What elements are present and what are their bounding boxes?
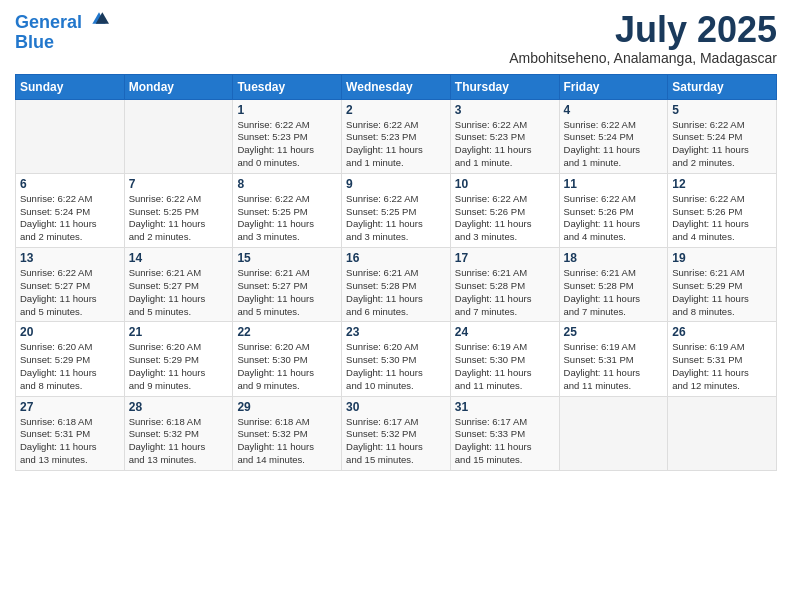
calendar-cell: 2Sunrise: 6:22 AM Sunset: 5:23 PM Daylig…	[342, 99, 451, 173]
calendar-cell	[16, 99, 125, 173]
calendar-cell: 21Sunrise: 6:20 AM Sunset: 5:29 PM Dayli…	[124, 322, 233, 396]
day-info: Sunrise: 6:21 AM Sunset: 5:27 PM Dayligh…	[129, 267, 229, 318]
calendar-cell: 18Sunrise: 6:21 AM Sunset: 5:28 PM Dayli…	[559, 248, 668, 322]
header-tuesday: Tuesday	[233, 74, 342, 99]
calendar-cell: 27Sunrise: 6:18 AM Sunset: 5:31 PM Dayli…	[16, 396, 125, 470]
day-number: 26	[672, 325, 772, 339]
day-info: Sunrise: 6:22 AM Sunset: 5:23 PM Dayligh…	[455, 119, 555, 170]
calendar-cell: 26Sunrise: 6:19 AM Sunset: 5:31 PM Dayli…	[668, 322, 777, 396]
day-number: 13	[20, 251, 120, 265]
calendar-cell: 10Sunrise: 6:22 AM Sunset: 5:26 PM Dayli…	[450, 173, 559, 247]
logo-icon	[89, 8, 109, 28]
calendar-cell	[124, 99, 233, 173]
day-info: Sunrise: 6:22 AM Sunset: 5:24 PM Dayligh…	[20, 193, 120, 244]
day-number: 27	[20, 400, 120, 414]
calendar-cell: 28Sunrise: 6:18 AM Sunset: 5:32 PM Dayli…	[124, 396, 233, 470]
day-number: 23	[346, 325, 446, 339]
day-info: Sunrise: 6:21 AM Sunset: 5:28 PM Dayligh…	[564, 267, 664, 318]
day-info: Sunrise: 6:20 AM Sunset: 5:29 PM Dayligh…	[129, 341, 229, 392]
day-number: 15	[237, 251, 337, 265]
day-info: Sunrise: 6:21 AM Sunset: 5:28 PM Dayligh…	[455, 267, 555, 318]
day-info: Sunrise: 6:19 AM Sunset: 5:31 PM Dayligh…	[564, 341, 664, 392]
day-number: 1	[237, 103, 337, 117]
header-thursday: Thursday	[450, 74, 559, 99]
day-info: Sunrise: 6:20 AM Sunset: 5:30 PM Dayligh…	[237, 341, 337, 392]
calendar-week-5: 27Sunrise: 6:18 AM Sunset: 5:31 PM Dayli…	[16, 396, 777, 470]
day-number: 3	[455, 103, 555, 117]
logo: General Blue	[15, 10, 109, 53]
calendar-cell: 30Sunrise: 6:17 AM Sunset: 5:32 PM Dayli…	[342, 396, 451, 470]
header-monday: Monday	[124, 74, 233, 99]
calendar: Sunday Monday Tuesday Wednesday Thursday…	[15, 74, 777, 471]
calendar-cell: 8Sunrise: 6:22 AM Sunset: 5:25 PM Daylig…	[233, 173, 342, 247]
calendar-cell: 23Sunrise: 6:20 AM Sunset: 5:30 PM Dayli…	[342, 322, 451, 396]
calendar-cell: 19Sunrise: 6:21 AM Sunset: 5:29 PM Dayli…	[668, 248, 777, 322]
header: General Blue July 2025 Ambohitseheno, An…	[15, 10, 777, 66]
day-info: Sunrise: 6:22 AM Sunset: 5:26 PM Dayligh…	[564, 193, 664, 244]
calendar-cell: 25Sunrise: 6:19 AM Sunset: 5:31 PM Dayli…	[559, 322, 668, 396]
calendar-cell: 16Sunrise: 6:21 AM Sunset: 5:28 PM Dayli…	[342, 248, 451, 322]
calendar-cell: 6Sunrise: 6:22 AM Sunset: 5:24 PM Daylig…	[16, 173, 125, 247]
day-number: 20	[20, 325, 120, 339]
header-wednesday: Wednesday	[342, 74, 451, 99]
calendar-cell: 17Sunrise: 6:21 AM Sunset: 5:28 PM Dayli…	[450, 248, 559, 322]
day-info: Sunrise: 6:22 AM Sunset: 5:25 PM Dayligh…	[129, 193, 229, 244]
day-info: Sunrise: 6:21 AM Sunset: 5:27 PM Dayligh…	[237, 267, 337, 318]
title-area: July 2025 Ambohitseheno, Analamanga, Mad…	[509, 10, 777, 66]
day-info: Sunrise: 6:18 AM Sunset: 5:32 PM Dayligh…	[129, 416, 229, 467]
day-number: 19	[672, 251, 772, 265]
calendar-week-4: 20Sunrise: 6:20 AM Sunset: 5:29 PM Dayli…	[16, 322, 777, 396]
header-saturday: Saturday	[668, 74, 777, 99]
calendar-header-row: Sunday Monday Tuesday Wednesday Thursday…	[16, 74, 777, 99]
day-info: Sunrise: 6:22 AM Sunset: 5:25 PM Dayligh…	[237, 193, 337, 244]
calendar-week-1: 1Sunrise: 6:22 AM Sunset: 5:23 PM Daylig…	[16, 99, 777, 173]
day-info: Sunrise: 6:22 AM Sunset: 5:26 PM Dayligh…	[455, 193, 555, 244]
logo-text: General	[15, 10, 109, 33]
calendar-cell: 1Sunrise: 6:22 AM Sunset: 5:23 PM Daylig…	[233, 99, 342, 173]
month-title: July 2025	[509, 10, 777, 50]
day-info: Sunrise: 6:18 AM Sunset: 5:32 PM Dayligh…	[237, 416, 337, 467]
calendar-week-2: 6Sunrise: 6:22 AM Sunset: 5:24 PM Daylig…	[16, 173, 777, 247]
day-number: 28	[129, 400, 229, 414]
day-info: Sunrise: 6:22 AM Sunset: 5:26 PM Dayligh…	[672, 193, 772, 244]
day-info: Sunrise: 6:20 AM Sunset: 5:29 PM Dayligh…	[20, 341, 120, 392]
calendar-cell: 4Sunrise: 6:22 AM Sunset: 5:24 PM Daylig…	[559, 99, 668, 173]
calendar-cell: 15Sunrise: 6:21 AM Sunset: 5:27 PM Dayli…	[233, 248, 342, 322]
calendar-cell: 22Sunrise: 6:20 AM Sunset: 5:30 PM Dayli…	[233, 322, 342, 396]
header-friday: Friday	[559, 74, 668, 99]
day-info: Sunrise: 6:19 AM Sunset: 5:30 PM Dayligh…	[455, 341, 555, 392]
day-number: 31	[455, 400, 555, 414]
day-number: 30	[346, 400, 446, 414]
day-info: Sunrise: 6:22 AM Sunset: 5:27 PM Dayligh…	[20, 267, 120, 318]
day-number: 4	[564, 103, 664, 117]
calendar-cell: 24Sunrise: 6:19 AM Sunset: 5:30 PM Dayli…	[450, 322, 559, 396]
header-sunday: Sunday	[16, 74, 125, 99]
day-info: Sunrise: 6:18 AM Sunset: 5:31 PM Dayligh…	[20, 416, 120, 467]
day-number: 11	[564, 177, 664, 191]
calendar-cell: 14Sunrise: 6:21 AM Sunset: 5:27 PM Dayli…	[124, 248, 233, 322]
day-number: 22	[237, 325, 337, 339]
day-info: Sunrise: 6:21 AM Sunset: 5:29 PM Dayligh…	[672, 267, 772, 318]
location: Ambohitseheno, Analamanga, Madagascar	[509, 50, 777, 66]
calendar-cell: 5Sunrise: 6:22 AM Sunset: 5:24 PM Daylig…	[668, 99, 777, 173]
day-info: Sunrise: 6:22 AM Sunset: 5:24 PM Dayligh…	[564, 119, 664, 170]
day-number: 24	[455, 325, 555, 339]
day-info: Sunrise: 6:21 AM Sunset: 5:28 PM Dayligh…	[346, 267, 446, 318]
calendar-cell: 31Sunrise: 6:17 AM Sunset: 5:33 PM Dayli…	[450, 396, 559, 470]
day-info: Sunrise: 6:22 AM Sunset: 5:23 PM Dayligh…	[237, 119, 337, 170]
day-number: 29	[237, 400, 337, 414]
day-info: Sunrise: 6:22 AM Sunset: 5:23 PM Dayligh…	[346, 119, 446, 170]
calendar-cell: 11Sunrise: 6:22 AM Sunset: 5:26 PM Dayli…	[559, 173, 668, 247]
day-number: 5	[672, 103, 772, 117]
logo-line2: Blue	[15, 33, 109, 53]
day-number: 10	[455, 177, 555, 191]
calendar-cell	[559, 396, 668, 470]
day-number: 14	[129, 251, 229, 265]
day-number: 25	[564, 325, 664, 339]
calendar-cell: 12Sunrise: 6:22 AM Sunset: 5:26 PM Dayli…	[668, 173, 777, 247]
day-number: 2	[346, 103, 446, 117]
day-number: 7	[129, 177, 229, 191]
calendar-cell: 29Sunrise: 6:18 AM Sunset: 5:32 PM Dayli…	[233, 396, 342, 470]
day-number: 17	[455, 251, 555, 265]
day-info: Sunrise: 6:22 AM Sunset: 5:25 PM Dayligh…	[346, 193, 446, 244]
